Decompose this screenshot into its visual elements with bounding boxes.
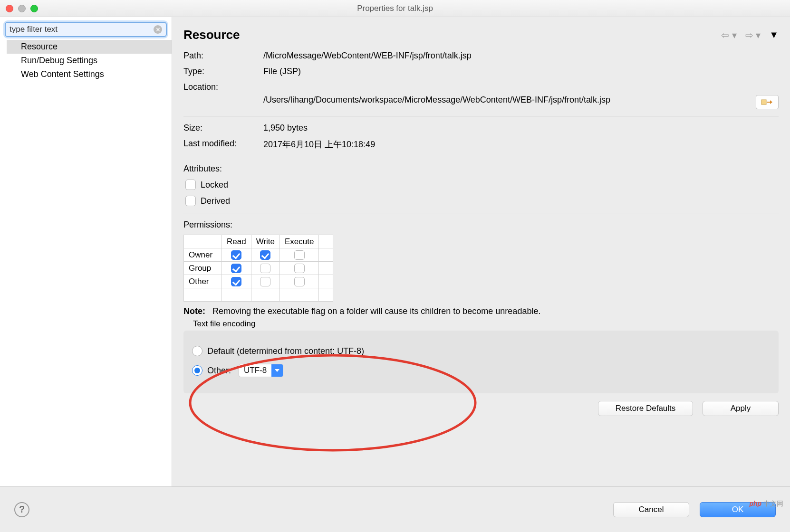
other-execute-checkbox[interactable] xyxy=(294,277,305,286)
perm-row-group: Group xyxy=(184,262,222,275)
table-row: Other xyxy=(184,275,333,288)
perm-col-blank xyxy=(184,235,222,248)
note-text: Removing the executable flag on a folder… xyxy=(212,306,540,316)
type-label: Type: xyxy=(183,66,263,76)
watermark-brand: php xyxy=(749,500,761,507)
menu-icon[interactable]: ▼ xyxy=(769,29,779,41)
size-value: 1,950 bytes xyxy=(263,123,779,133)
derived-label: Derived xyxy=(201,196,230,206)
nav-arrows: ⇦ ▾ ⇨ ▾ ▼ xyxy=(721,29,779,41)
apply-button[interactable]: Apply xyxy=(703,401,779,416)
group-read-checkbox[interactable] xyxy=(231,264,241,273)
permissions-table: Read Write Execute Owner Group xyxy=(183,235,333,302)
path-label: Path: xyxy=(183,51,263,61)
clear-filter-icon[interactable]: ✕ xyxy=(154,25,162,34)
modified-value: 2017年6月10日 上午10:18:49 xyxy=(263,139,779,150)
titlebar: Properties for talk.jsp xyxy=(0,0,790,17)
category-tree: Resource Run/Debug Settings Web Content … xyxy=(0,40,172,81)
sidebar-item-web-content[interactable]: Web Content Settings xyxy=(7,67,172,81)
cancel-button[interactable]: Cancel xyxy=(613,502,689,517)
perm-col-execute: Execute xyxy=(280,235,319,248)
group-execute-checkbox[interactable] xyxy=(294,264,305,273)
help-icon[interactable]: ? xyxy=(14,502,29,517)
other-write-checkbox[interactable] xyxy=(260,277,270,286)
show-in-system-explorer-button[interactable] xyxy=(756,95,779,109)
window-title: Properties for talk.jsp xyxy=(0,4,790,13)
table-row: Owner xyxy=(184,248,333,262)
path-value: /MicroMessage/WebContent/WEB-INF/jsp/fro… xyxy=(263,51,779,61)
forward-icon[interactable]: ⇨ ▾ xyxy=(745,29,761,41)
locked-checkbox[interactable] xyxy=(185,180,196,190)
location-label: Location: xyxy=(183,82,263,92)
watermark: php 中文网 xyxy=(749,500,783,508)
filter-input[interactable] xyxy=(5,22,167,37)
table-row: Group xyxy=(184,262,333,275)
perm-row-owner: Owner xyxy=(184,248,222,262)
other-read-checkbox[interactable] xyxy=(231,277,241,286)
perm-col-write: Write xyxy=(251,235,279,248)
perm-row-other: Other xyxy=(184,275,222,288)
page-title: Resource xyxy=(183,28,240,42)
size-label: Size: xyxy=(183,123,263,133)
sidebar: ✕ Resource Run/Debug Settings Web Conten… xyxy=(0,17,172,486)
sidebar-item-run-debug[interactable]: Run/Debug Settings xyxy=(7,54,172,67)
restore-defaults-button[interactable]: Restore Defaults xyxy=(598,401,693,416)
arrow-right-icon xyxy=(761,98,773,106)
type-value: File (JSP) xyxy=(263,66,779,76)
sidebar-item-resource[interactable]: Resource xyxy=(7,40,172,54)
group-write-checkbox[interactable] xyxy=(260,264,270,273)
location-value: /Users/lihang/Documents/workspace/MicroM… xyxy=(263,95,756,109)
back-icon[interactable]: ⇦ ▾ xyxy=(721,29,737,41)
owner-execute-checkbox[interactable] xyxy=(294,250,305,260)
modified-label: Last modified: xyxy=(183,139,263,150)
annotation-ellipse xyxy=(181,351,485,455)
derived-checkbox[interactable] xyxy=(185,196,196,206)
owner-read-checkbox[interactable] xyxy=(231,250,241,260)
owner-write-checkbox[interactable] xyxy=(260,250,270,260)
watermark-text: 中文网 xyxy=(763,500,783,507)
note-label: Note: xyxy=(183,306,205,316)
svg-rect-0 xyxy=(761,100,766,104)
locked-label: Locked xyxy=(201,180,228,190)
perm-col-read: Read xyxy=(222,235,251,248)
encoding-legend: Text file encoding xyxy=(183,319,779,330)
table-header-row: Read Write Execute xyxy=(184,235,333,248)
svg-point-1 xyxy=(190,355,475,450)
attributes-title: Attributes: xyxy=(183,161,779,177)
permissions-title: Permissions: xyxy=(183,217,779,233)
